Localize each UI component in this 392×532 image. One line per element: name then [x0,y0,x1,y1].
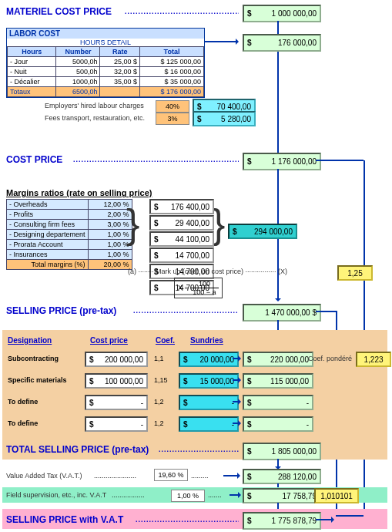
fees-label: Fees transport, restauration, etc. [45,114,145,122]
dots: ........................................… [136,516,239,524]
materiel-value: $1 000 000,00 [243,5,321,22]
dots: ........................................… [133,307,239,315]
formula: X = 100 100 − a [174,278,223,298]
head-cost: Cost price [90,336,128,345]
markup-label: (a) ········ Mark up (coef. on cost pric… [128,268,287,275]
fees-val: $5 280,00 [193,111,256,126]
coef-pond-label: Coef. pondéré [308,355,352,362]
vat-pct: 19,60 % [154,469,188,481]
materiel-label: MATERIEL COST PRICE [6,6,112,17]
final-label: SELLING PRICE with V.A.T [6,514,123,525]
sellingpre-label: SELLING PRICE (pre-tax) [6,305,116,316]
field-coef: 1,010101 [314,488,359,503]
head-design: Designation [8,336,52,345]
labor-subtitle: HOURS DETAIL [7,39,204,46]
employers-label: Employers' hired labour charges [45,102,144,109]
labor-title: LABOR COST [7,29,204,39]
vat-value: $288 120,00 [243,469,321,484]
field-label: Field supervision, etc., inc. V.A.T [6,491,106,499]
margins-table: - Overheads12,00 % - Profits2,00 % - Con… [6,199,132,270]
vat-label: Value Added Tax (V.A.T.) [6,472,82,480]
costprice-label: COST PRICE [6,154,62,165]
labor-total: $176 000,00 [243,34,321,52]
head-sundries: Sundries [190,336,223,345]
dots: ........................................… [73,156,239,163]
final-value: $1 775 878,79 [243,512,321,530]
dots: .................................... [159,446,239,453]
totalsell-label: TOTAL SELLING PRICE (pre-tax) [6,444,149,455]
coef-pond-val: 1,223 [356,352,391,367]
hours-table: HoursNumberRateTotal - Jour5000,0h25,00 … [7,46,204,97]
sellingpre-value: 1 470 000,00 $ [243,304,321,322]
margins-title: Margins ratios (rate on selling price) [6,188,152,197]
markup-val: 1,25 [337,265,373,281]
labor-box: LABOR COST HOURS DETAIL HoursNumberRateT… [6,28,205,98]
field-val: $17 758,79 [243,488,321,503]
totalsell-value: $1 805 000,00 [243,443,321,460]
margin-total: $294 000,00 [228,224,297,239]
head-coef: Coef. [156,336,175,345]
dots: ........................................… [125,8,239,15]
costprice-value: $1 176 000,00 [243,153,321,170]
field-pct: 1,00 % [171,490,205,502]
fees-pct: 3% [156,113,189,125]
employers-pct: 40% [156,100,189,113]
extras-row-name: Subcontracting [8,355,59,362]
